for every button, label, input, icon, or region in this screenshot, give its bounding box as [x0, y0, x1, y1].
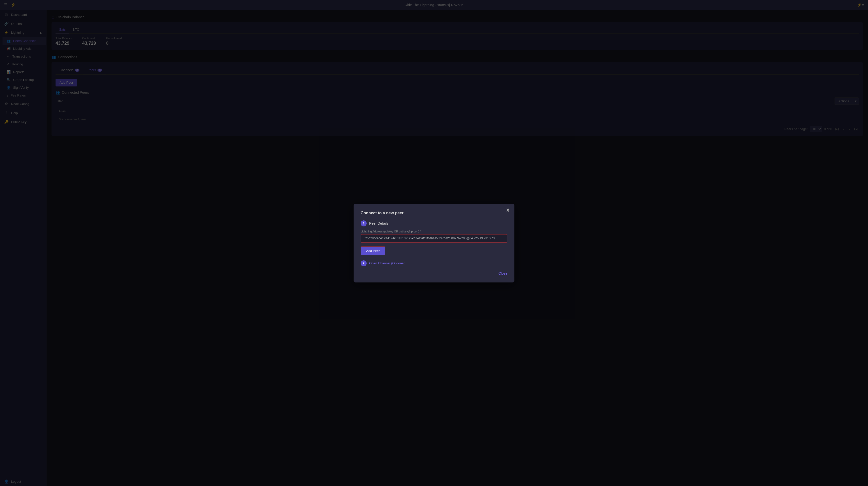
step2-badge: 2	[361, 260, 367, 266]
lightning-address-input[interactable]	[361, 234, 507, 243]
modal-overlay[interactable]: Connect to a new peer X 1 Peer Details L…	[0, 0, 868, 486]
lightning-address-group: Lightning Address (pubkey OR pubkey@ip:p…	[361, 230, 507, 243]
open-channel-link[interactable]: Open Channel (Optional)	[369, 261, 406, 265]
lightning-address-label: Lightning Address (pubkey OR pubkey@ip:p…	[361, 230, 507, 233]
step2-header: 2 Open Channel (Optional)	[361, 260, 507, 266]
step1-badge: 1	[361, 220, 367, 226]
modal-title: Connect to a new peer	[361, 211, 507, 215]
modal-close-button[interactable]: Close	[498, 271, 507, 275]
modal-footer: Close	[361, 271, 507, 275]
step1-header: 1 Peer Details	[361, 220, 507, 226]
modal-close-x-button[interactable]: X	[506, 208, 509, 213]
connect-peer-modal: Connect to a new peer X 1 Peer Details L…	[353, 204, 515, 282]
step1-label: Peer Details	[369, 221, 388, 225]
modal-add-peer-button[interactable]: Add Peer	[361, 246, 385, 255]
